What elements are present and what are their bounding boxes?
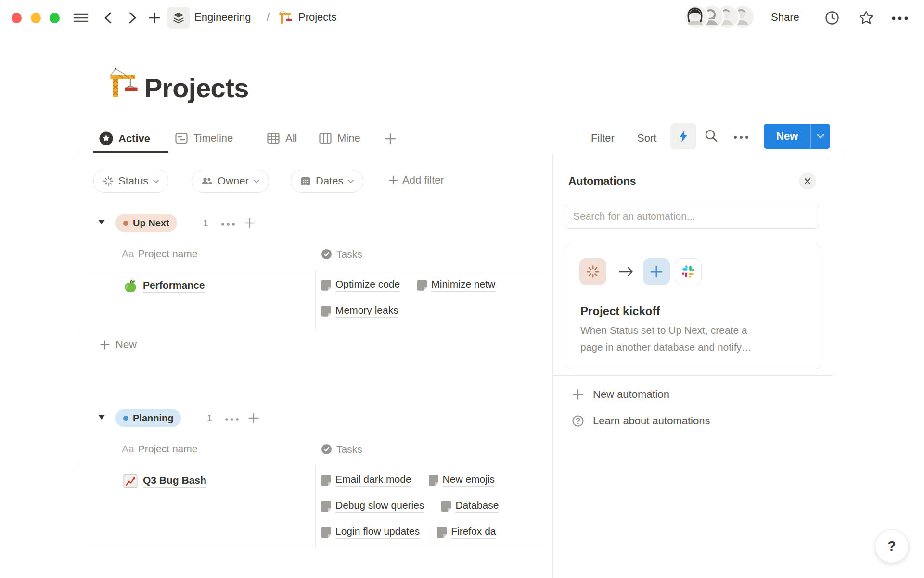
new-automation-button[interactable]: New automation bbox=[572, 388, 669, 401]
description-line: When Status set to Up Next, create a bbox=[580, 322, 752, 339]
row-divider bbox=[78, 547, 552, 547]
task-link[interactable]: Debug slow queries bbox=[321, 499, 424, 513]
filter-chip-owner[interactable]: Owner bbox=[192, 170, 269, 193]
tab-timeline[interactable]: Timeline bbox=[174, 131, 233, 145]
starred-view-icon bbox=[99, 131, 114, 146]
group-collapse-toggle[interactable] bbox=[98, 219, 105, 225]
group-name: Planning bbox=[133, 413, 173, 424]
task-link[interactable]: Optimize code bbox=[321, 278, 400, 292]
group-count: 1 bbox=[203, 218, 208, 229]
page-icon bbox=[321, 475, 331, 486]
group-add-row-button[interactable] bbox=[244, 217, 256, 231]
project-row-q3-bug-bash[interactable]: Q3 Bug Bash bbox=[123, 473, 206, 489]
column-header-tasks[interactable]: Tasks bbox=[321, 248, 362, 260]
tab-active[interactable]: Active bbox=[99, 131, 150, 146]
triangle-down-icon bbox=[98, 219, 105, 225]
project-row-performance[interactable]: Performance bbox=[123, 278, 205, 294]
new-button-dropdown[interactable] bbox=[810, 124, 830, 149]
project-name: Performance bbox=[143, 279, 205, 293]
task-title: Firefox da bbox=[451, 525, 496, 539]
favorite-button[interactable] bbox=[858, 9, 875, 26]
new-split-button[interactable]: New bbox=[764, 124, 830, 149]
ellipsis-icon bbox=[224, 417, 241, 422]
filter-chip-dates[interactable]: Dates bbox=[291, 170, 363, 193]
column-header-project-name[interactable]: Aa Project name bbox=[122, 443, 197, 455]
page-icon bbox=[417, 280, 427, 291]
add-filter-label: Add filter bbox=[402, 174, 444, 186]
help-button[interactable]: ? bbox=[875, 529, 909, 563]
page-crane-icon bbox=[108, 66, 141, 101]
clock-icon bbox=[824, 10, 840, 26]
task-link[interactable]: New emojis bbox=[429, 473, 495, 487]
nav-back-button[interactable] bbox=[102, 11, 115, 25]
column-header-project-name[interactable]: Aa Project name bbox=[122, 248, 197, 260]
window-close-button[interactable] bbox=[12, 13, 22, 23]
status-spinner-icon bbox=[586, 264, 600, 279]
add-filter-button[interactable]: Add filter bbox=[388, 174, 444, 186]
plus-icon bbox=[649, 264, 664, 279]
plus-icon bbox=[244, 217, 256, 229]
column-header-tasks[interactable]: Tasks bbox=[321, 443, 362, 455]
plus-icon bbox=[572, 388, 584, 401]
new-button-label[interactable]: New bbox=[764, 124, 810, 149]
column-divider bbox=[315, 270, 316, 330]
avatar[interactable] bbox=[684, 4, 709, 29]
share-button[interactable]: Share bbox=[771, 11, 799, 24]
tab-mine[interactable]: Mine bbox=[318, 131, 360, 145]
search-icon bbox=[704, 128, 719, 144]
window-zoom-button[interactable] bbox=[50, 13, 60, 23]
history-button[interactable] bbox=[824, 10, 840, 26]
create-page-action-icon-box bbox=[643, 258, 670, 285]
chart-increasing-icon bbox=[123, 473, 138, 489]
star-icon bbox=[858, 9, 875, 26]
add-row-button[interactable]: New bbox=[99, 339, 137, 351]
task-link[interactable]: Memory leaks bbox=[321, 304, 398, 318]
breadcrumb-page[interactable]: Projects bbox=[298, 11, 336, 24]
learn-about-automations-link[interactable]: Learn about automations bbox=[572, 415, 710, 427]
close-panel-button[interactable] bbox=[799, 172, 816, 190]
filter-chip-status[interactable]: Status bbox=[93, 170, 168, 193]
tab-label: All bbox=[285, 132, 297, 144]
chevron-down-icon bbox=[153, 179, 159, 184]
active-tab-underline bbox=[93, 151, 168, 153]
project-name: Q3 Bug Bash bbox=[143, 474, 206, 488]
group-add-row-button[interactable] bbox=[247, 412, 260, 426]
tab-all[interactable]: All bbox=[266, 131, 297, 145]
notion-window: Engineering / Projects bbox=[0, 0, 924, 578]
sidebar-toggle-button[interactable] bbox=[72, 11, 90, 25]
task-link[interactable]: Database bbox=[441, 499, 499, 513]
task-title: Optimize code bbox=[335, 278, 400, 292]
automation-search-input[interactable] bbox=[565, 204, 819, 229]
filter-chip-label: Owner bbox=[218, 175, 249, 187]
automation-card-description: When Status set to Up Next, create a pag… bbox=[580, 322, 752, 355]
group-pill-planning[interactable]: Planning bbox=[116, 409, 181, 427]
breadcrumb-workspace[interactable]: Engineering bbox=[194, 11, 251, 24]
search-view-button[interactable] bbox=[704, 128, 719, 144]
status-dot bbox=[123, 221, 128, 226]
new-page-button[interactable] bbox=[147, 11, 162, 25]
task-link[interactable]: Minimize netw bbox=[417, 278, 495, 292]
task-link[interactable]: Login flow updates bbox=[321, 525, 420, 539]
filter-button[interactable]: Filter bbox=[591, 132, 615, 144]
chevron-down-icon bbox=[253, 179, 260, 184]
column-header-label: Tasks bbox=[336, 444, 362, 455]
sort-button[interactable]: Sort bbox=[637, 132, 656, 144]
tabbar-divider bbox=[78, 153, 846, 153]
task-link[interactable]: Email dark mode bbox=[321, 473, 411, 487]
group-count: 1 bbox=[207, 413, 212, 424]
more-options-button[interactable] bbox=[890, 13, 910, 23]
breadcrumb-workspace-icon-box[interactable] bbox=[167, 7, 190, 29]
window-minimize-button[interactable] bbox=[31, 13, 41, 23]
column-header-label: Project name bbox=[138, 248, 198, 260]
group-options-button[interactable] bbox=[220, 221, 237, 229]
group-collapse-toggle[interactable] bbox=[98, 414, 105, 420]
panel-divider bbox=[552, 375, 833, 376]
view-options-button[interactable] bbox=[732, 134, 750, 141]
group-options-button[interactable] bbox=[224, 416, 241, 424]
group-pill-up-next[interactable]: Up Next bbox=[116, 214, 177, 232]
automations-button[interactable] bbox=[670, 123, 696, 149]
add-view-button[interactable] bbox=[384, 132, 397, 145]
nav-forward-button[interactable] bbox=[126, 11, 139, 25]
task-link[interactable]: Firefox da bbox=[437, 525, 496, 539]
page-icon bbox=[437, 527, 447, 538]
